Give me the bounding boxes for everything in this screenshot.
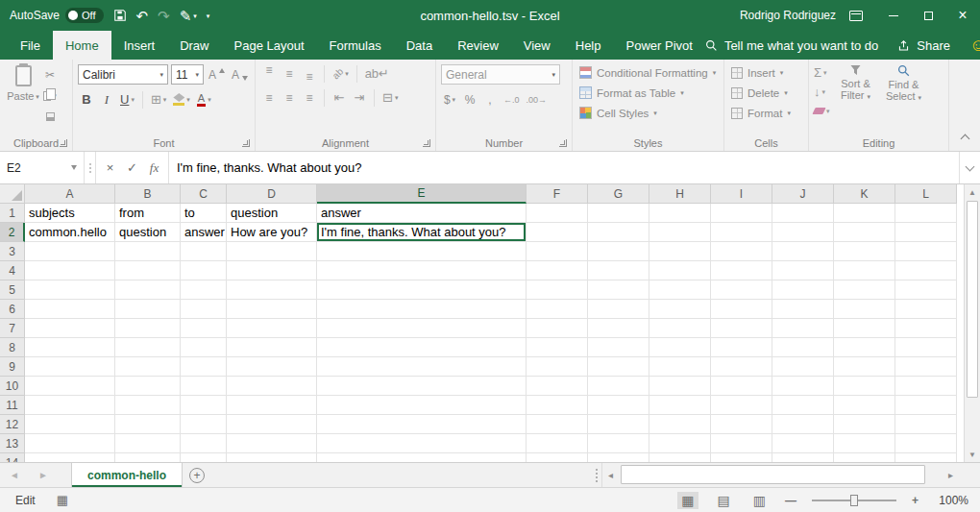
shrink-font-button[interactable]: A	[230, 65, 250, 84]
cell-C11[interactable]	[181, 396, 227, 415]
cell-L8[interactable]	[895, 338, 957, 357]
cell-F5[interactable]	[527, 280, 588, 300]
tab-scrollbar-splitter[interactable]	[592, 463, 601, 487]
tab-view[interactable]: View	[511, 31, 563, 60]
collapse-ribbon-button[interactable]	[961, 134, 970, 144]
paste-button[interactable]: Paste▾	[5, 62, 41, 134]
cell-D14[interactable]	[227, 453, 317, 462]
cell-D6[interactable]	[227, 300, 317, 319]
cell-C12[interactable]	[181, 415, 227, 434]
sort-filter-button[interactable]: Sort & Filter ▾	[834, 62, 878, 134]
cell-I11[interactable]	[711, 396, 772, 415]
tab-data[interactable]: Data	[394, 31, 445, 60]
cell-J8[interactable]	[772, 338, 834, 357]
cell-H6[interactable]	[649, 300, 711, 319]
cell-G13[interactable]	[588, 434, 649, 453]
cell-H4[interactable]	[649, 261, 711, 280]
cell-A14[interactable]	[25, 453, 115, 462]
cell-L2[interactable]	[895, 223, 957, 242]
align-right-button[interactable]: ≡	[301, 88, 318, 107]
vscroll-up-arrow[interactable]: ▲	[965, 184, 980, 200]
cancel-entry-button[interactable]: ×	[100, 158, 120, 178]
cell-E6[interactable]	[317, 300, 527, 319]
cell-B12[interactable]	[115, 415, 181, 434]
cell-A13[interactable]	[25, 434, 115, 453]
cell-I6[interactable]	[711, 300, 772, 319]
user-name[interactable]: Rodrigo Rodriguez	[740, 9, 836, 22]
column-header-G[interactable]: G	[588, 184, 649, 204]
tab-power-pivot[interactable]: Power Pivot	[614, 31, 705, 60]
clear-button[interactable]: ▾	[814, 102, 830, 119]
row-header-12[interactable]: 12	[0, 415, 25, 434]
cell-K14[interactable]	[834, 453, 895, 462]
cell-B6[interactable]	[115, 300, 181, 319]
close-button[interactable]: ×	[945, 0, 980, 31]
ribbon-display-options-icon[interactable]	[849, 11, 863, 21]
cell-G1[interactable]	[588, 204, 649, 223]
cell-L5[interactable]	[895, 280, 957, 300]
align-middle-button[interactable]: ≡	[281, 64, 298, 83]
tab-draw[interactable]: Draw	[167, 31, 221, 60]
column-header-C[interactable]: C	[181, 184, 227, 204]
cell-G12[interactable]	[588, 415, 649, 434]
cell-C2[interactable]: answer	[181, 223, 227, 242]
cell-H8[interactable]	[649, 338, 711, 357]
cell-C1[interactable]: to	[181, 204, 227, 223]
decrease-decimal-button[interactable]: .00→	[525, 90, 550, 109]
cell-B8[interactable]	[115, 338, 181, 357]
cell-K3[interactable]	[834, 242, 895, 261]
align-bottom-button[interactable]: ≡	[301, 64, 318, 83]
bold-button[interactable]: B	[78, 90, 95, 109]
cell-J2[interactable]	[772, 223, 834, 242]
cell-L10[interactable]	[895, 377, 957, 396]
cell-L3[interactable]	[895, 242, 957, 261]
tab-formulas[interactable]: Formulas	[317, 31, 394, 60]
cell-A12[interactable]	[25, 415, 115, 434]
decrease-indent-button[interactable]: ⇤	[331, 88, 348, 107]
cell-L14[interactable]	[895, 453, 957, 462]
orientation-button[interactable]: ab▾	[331, 64, 351, 83]
cell-F8[interactable]	[527, 338, 588, 357]
cell-G3[interactable]	[588, 242, 649, 261]
alignment-dialog-launcher[interactable]	[423, 139, 430, 147]
cell-C3[interactable]	[181, 242, 227, 261]
cell-E14[interactable]	[317, 453, 527, 462]
name-box[interactable]: E2	[0, 152, 85, 183]
cell-L9[interactable]	[895, 357, 957, 377]
column-header-D[interactable]: D	[227, 184, 317, 204]
page-break-view-button[interactable]: ▥	[749, 492, 770, 509]
zoom-slider-thumb[interactable]	[850, 495, 858, 506]
cell-I8[interactable]	[711, 338, 772, 357]
tab-review[interactable]: Review	[445, 31, 511, 60]
cell-C14[interactable]	[181, 453, 227, 462]
cell-K1[interactable]	[834, 204, 895, 223]
align-left-button[interactable]: ≡	[260, 88, 278, 107]
feedback-smiley-icon[interactable]: ☺	[969, 37, 980, 54]
cell-J1[interactable]	[772, 204, 834, 223]
cell-C10[interactable]	[181, 377, 227, 396]
cell-H11[interactable]	[649, 396, 711, 415]
cell-H7[interactable]	[649, 319, 711, 338]
formula-bar-expand-button[interactable]	[959, 152, 980, 183]
insert-function-button[interactable]: fx	[144, 158, 164, 178]
cell-E12[interactable]	[317, 415, 527, 434]
cell-K5[interactable]	[834, 280, 895, 300]
cell-G2[interactable]	[588, 223, 649, 242]
cell-I14[interactable]	[711, 453, 772, 462]
cell-I5[interactable]	[711, 280, 772, 300]
cell-F9[interactable]	[527, 357, 588, 377]
cell-A10[interactable]	[25, 377, 115, 396]
cell-B1[interactable]: from	[115, 204, 181, 223]
macro-record-button[interactable]: ▦	[57, 494, 68, 506]
cell-I1[interactable]	[711, 204, 772, 223]
cell-I4[interactable]	[711, 261, 772, 280]
maximize-button[interactable]	[911, 0, 945, 31]
fill-color-button[interactable]: ▾	[171, 90, 192, 109]
autosum-button[interactable]: Σ▾	[814, 63, 830, 81]
column-header-A[interactable]: A	[25, 184, 115, 204]
cell-B3[interactable]	[115, 242, 181, 261]
cell-A2[interactable]: common.hello	[25, 223, 115, 242]
format-cells-button[interactable]: Format▾	[729, 103, 803, 123]
cell-K4[interactable]	[834, 261, 895, 280]
cell-J13[interactable]	[772, 434, 834, 453]
